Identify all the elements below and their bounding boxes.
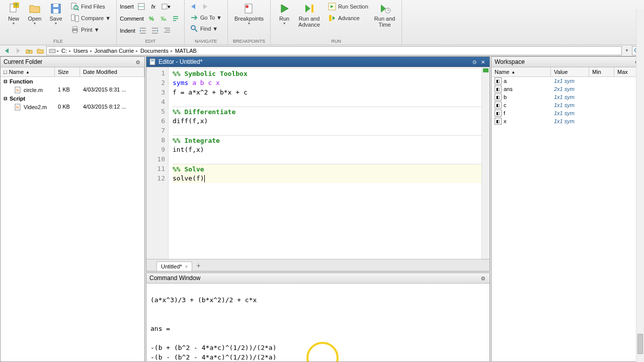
svg-rect-27 — [49, 49, 55, 53]
code-line[interactable]: syms a b c x — [173, 78, 481, 87]
code-line[interactable]: solve(f) — [173, 173, 481, 183]
print-button[interactable]: Print ▼ — [68, 24, 113, 35]
col-name[interactable]: □ Name ▲ — [1, 67, 55, 76]
editor-panel: Editor - Untitled* ⊙ ✕ 123456789101112 %… — [146, 56, 490, 272]
code-line[interactable]: %% Solve — [173, 164, 481, 173]
run-and-time-button[interactable]: Run and Time — [371, 1, 399, 29]
col-size[interactable]: Size — [55, 67, 80, 76]
run-button[interactable]: Run▼ — [274, 1, 295, 27]
close-icon[interactable]: ✕ — [479, 58, 487, 65]
crumb[interactable]: Users — [72, 48, 89, 54]
insert-fx-button[interactable]: fx — [148, 1, 159, 12]
run-and-advance-button[interactable]: Run and Advance — [295, 1, 324, 29]
workspace-row[interactable]: ◧f1x1 sym — [492, 109, 643, 117]
nav-forward-button[interactable] — [200, 1, 211, 12]
find-files-button[interactable]: Find Files — [68, 1, 113, 12]
code-line[interactable]: %% Differentiate — [173, 107, 481, 116]
crumb[interactable]: C: — [60, 48, 68, 54]
folder-icon[interactable] — [35, 46, 45, 55]
nav-fwd-icon[interactable] — [13, 46, 23, 55]
ws-col-name[interactable]: Name ▲ — [492, 67, 551, 76]
variable-icon: ◧ — [495, 85, 502, 93]
editor-scrollbar[interactable] — [481, 67, 490, 259]
run-section-button[interactable]: Run Section — [326, 1, 371, 12]
code-line[interactable] — [173, 126, 481, 135]
current-folder-header[interactable]: Current Folder ⊙ — [1, 57, 144, 67]
insert-dropdown[interactable]: ▾ — [160, 1, 171, 12]
code-line[interactable]: int(f,x) — [173, 145, 481, 154]
crumb[interactable]: Jonathan Currie — [94, 48, 135, 54]
code-line[interactable]: %% Symbolic Toolbox — [173, 68, 481, 78]
uncomment-button[interactable]: ‰ — [158, 13, 169, 24]
breadcrumb-dropdown[interactable]: ▼ — [623, 48, 631, 53]
group-label-navigate: NAVIGATE — [188, 38, 224, 45]
code-line[interactable] — [173, 97, 481, 107]
crumb[interactable]: Documents — [139, 48, 170, 54]
smart-indent-button[interactable] — [162, 25, 173, 36]
outdent-button[interactable] — [149, 25, 160, 36]
breadcrumb[interactable]: ▸ C:▸ Users▸ Jonathan Currie▸ Documents▸… — [46, 46, 622, 55]
code-line[interactable]: f = a*x^2 + b*x + c — [173, 87, 481, 97]
workspace-row[interactable]: ◧c1x1 sym — [492, 101, 643, 109]
file-group[interactable]: ⊟ Function — [1, 77, 144, 86]
variable-icon: ◧ — [495, 102, 502, 109]
command-window-header[interactable]: Command Window ⊙ — [146, 273, 490, 284]
workspace-row[interactable]: ◧b1x1 sym — [492, 93, 643, 101]
advance-button[interactable]: Advance — [326, 13, 371, 24]
panel-menu-icon[interactable]: ⊙ — [479, 275, 487, 282]
svg-point-17 — [191, 26, 195, 30]
command-line — [150, 305, 486, 314]
crumb[interactable]: MATLAB — [174, 48, 198, 54]
svg-rect-12 — [73, 27, 77, 29]
goto-button[interactable]: Go To ▼ — [188, 12, 224, 23]
panel-menu-icon[interactable]: ⊙ — [471, 58, 478, 65]
svg-rect-5 — [53, 9, 58, 13]
file-group[interactable]: ⊟ Script — [1, 94, 144, 103]
command-window-body[interactable]: (a*x^3)/3 + (b*x^2)/2 + c*x ans = -(b + … — [146, 284, 490, 361]
find-button[interactable]: Find ▼ — [188, 23, 220, 34]
breakpoints-button[interactable]: Breakpoints▼ — [231, 1, 267, 27]
save-button[interactable]: Save▼ — [45, 1, 66, 27]
ws-col-min[interactable]: Min — [589, 67, 614, 76]
svg-text:fx: fx — [16, 88, 19, 92]
editor-header[interactable]: Editor - Untitled* ⊙ ✕ — [146, 57, 490, 67]
command-scrollbar[interactable] — [636, 9, 644, 362]
col-date[interactable]: Date Modified — [80, 67, 144, 76]
code-line[interactable]: diff(f,x) — [173, 116, 481, 126]
svg-rect-36 — [151, 61, 154, 61]
workspace-header[interactable]: Workspace ⊙ — [492, 57, 643, 67]
svg-rect-9 — [71, 15, 74, 21]
wrap-comment-button[interactable] — [170, 13, 181, 24]
workspace-list: ◧a1x1 sym◧ans2x1 sym◧b1x1 sym◧c1x1 sym◧f… — [492, 77, 643, 125]
indent-button[interactable] — [137, 25, 148, 36]
group-label-edit: EDIT — [120, 38, 181, 45]
tab-add-button[interactable]: + — [192, 260, 204, 271]
group-file: ✚ New▼ Open▼ Save▼ Find Files Compare ▼ … — [0, 0, 117, 45]
current-folder-panel: Current Folder ⊙ □ Name ▲ Size Date Modi… — [0, 56, 145, 362]
file-row[interactable]: fxVideo2.m0 KB4/03/2015 8:12 ... — [1, 103, 144, 111]
workspace-row[interactable]: ◧x1x1 sym — [492, 117, 643, 125]
workspace-row[interactable]: ◧a1x1 sym — [492, 77, 643, 85]
folder-up-icon[interactable] — [24, 46, 34, 55]
tab-close-icon[interactable]: × — [185, 264, 188, 269]
compare-button[interactable]: Compare ▼ — [68, 13, 113, 24]
variable-icon: ◧ — [495, 118, 502, 125]
editor-code[interactable]: %% Symbolic Toolboxsyms a b c xf = a*x^2… — [169, 67, 481, 259]
code-line[interactable] — [173, 154, 481, 164]
code-line[interactable]: %% Integrate — [173, 135, 481, 145]
group-run: Run▼ Run and Advance Run Section Advance… — [271, 0, 402, 45]
file-row[interactable]: fxcircle.m1 KB4/03/2015 8:31 ... — [1, 86, 144, 94]
panel-menu-icon[interactable]: ⊙ — [134, 58, 141, 65]
ws-col-value[interactable]: Value — [551, 67, 589, 76]
open-button[interactable]: Open▼ — [24, 1, 45, 27]
insert-section-button[interactable] — [136, 1, 147, 12]
editor-tab[interactable]: Untitled*× — [156, 261, 192, 271]
workspace-row[interactable]: ◧ans2x1 sym — [492, 85, 643, 93]
new-button[interactable]: ✚ New▼ — [3, 1, 24, 27]
svg-rect-21 — [311, 5, 313, 13]
drive-icon — [49, 48, 56, 54]
nav-back-icon[interactable] — [2, 46, 12, 55]
comment-button[interactable]: % — [146, 13, 157, 24]
nav-back-button[interactable] — [188, 1, 199, 12]
group-navigate: Go To ▼ Find ▼ NAVIGATE — [185, 0, 228, 45]
